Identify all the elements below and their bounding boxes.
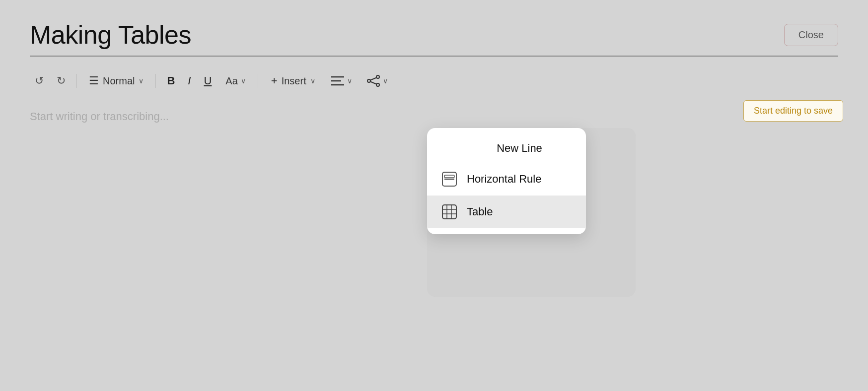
paragraph-icon: ☰ bbox=[89, 74, 99, 87]
svg-rect-10 bbox=[444, 175, 454, 178]
editor-placeholder: Start writing or transcribing... bbox=[30, 110, 169, 123]
insert-button[interactable]: + Insert ∨ bbox=[264, 70, 322, 91]
svg-line-6 bbox=[370, 78, 376, 80]
new-line-label: New Line bbox=[441, 142, 572, 155]
toolbar: ↺ ↻ ☰ Normal ∨ B I U Aa ∨ + Insert bbox=[0, 62, 868, 100]
insert-dropdown: New Line Horizontal Rule bbox=[427, 128, 586, 234]
toolbar-divider-2 bbox=[155, 74, 156, 88]
align-chevron-icon: ∨ bbox=[347, 77, 352, 85]
page-container: Making Tables Close Start editing to sav… bbox=[0, 0, 868, 391]
toolbar-divider-1 bbox=[76, 74, 77, 88]
insert-menu-item-new-line[interactable]: New Line bbox=[427, 134, 586, 163]
svg-point-5 bbox=[367, 79, 370, 82]
font-size-chevron-icon: ∨ bbox=[241, 77, 246, 85]
underline-button[interactable]: U bbox=[199, 70, 217, 91]
italic-button[interactable]: I bbox=[183, 70, 196, 91]
style-chevron-icon: ∨ bbox=[139, 77, 144, 85]
svg-line-7 bbox=[370, 82, 376, 84]
align-button[interactable]: ∨ bbox=[325, 71, 358, 90]
plus-icon: + bbox=[271, 74, 278, 87]
style-label: Normal bbox=[103, 75, 135, 87]
table-label: Table bbox=[467, 205, 493, 218]
title-row: Making Tables Close bbox=[30, 20, 838, 50]
redo-button[interactable]: ↻ bbox=[52, 70, 71, 91]
align-icon bbox=[331, 75, 344, 86]
svg-point-3 bbox=[376, 75, 379, 78]
undo-button[interactable]: ↺ bbox=[30, 70, 49, 91]
status-badge: Start editing to save bbox=[743, 100, 843, 122]
table-icon bbox=[441, 203, 458, 220]
insert-label: Insert bbox=[282, 75, 306, 87]
font-size-label: Aa bbox=[225, 75, 237, 87]
title-divider bbox=[30, 56, 838, 57]
header-area: Making Tables Close bbox=[0, 0, 868, 50]
font-size-button[interactable]: Aa ∨ bbox=[219, 71, 251, 91]
horizontal-rule-label: Horizontal Rule bbox=[467, 173, 541, 186]
page-title: Making Tables bbox=[30, 20, 191, 50]
insert-menu-item-horizontal-rule[interactable]: Horizontal Rule bbox=[427, 163, 586, 196]
undo-icon: ↺ bbox=[35, 74, 44, 87]
bold-button[interactable]: B bbox=[162, 70, 180, 91]
svg-point-4 bbox=[376, 83, 379, 86]
redo-icon: ↻ bbox=[57, 74, 66, 87]
horizontal-rule-icon bbox=[441, 171, 458, 188]
share-button[interactable]: ∨ bbox=[361, 71, 394, 91]
insert-menu-item-table[interactable]: Table bbox=[427, 196, 586, 228]
style-dropdown[interactable]: ☰ Normal ∨ bbox=[83, 70, 149, 91]
close-button[interactable]: Close bbox=[784, 24, 838, 46]
editor-area[interactable]: Start writing or transcribing... bbox=[0, 110, 868, 123]
insert-chevron-icon: ∨ bbox=[310, 77, 315, 85]
toolbar-divider-3 bbox=[258, 74, 258, 88]
share-icon bbox=[367, 75, 380, 87]
share-chevron-icon: ∨ bbox=[383, 77, 388, 85]
svg-rect-11 bbox=[442, 205, 456, 219]
